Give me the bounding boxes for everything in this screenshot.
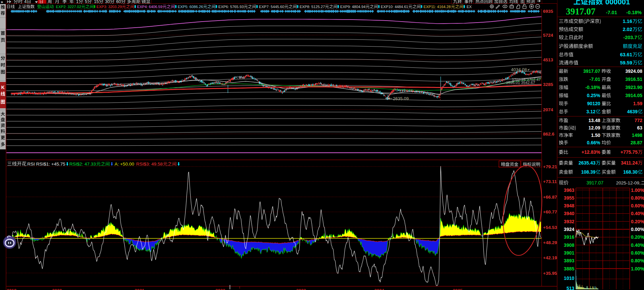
svg-text:3924.08: 3924.08 bbox=[625, 68, 642, 74]
svg-text:6935: 6935 bbox=[543, 9, 553, 14]
svg-text:0.60%: 0.60% bbox=[631, 250, 644, 256]
svg-text:3917.07: 3917.07 bbox=[586, 180, 604, 185]
svg-text:28.87: 28.87 bbox=[631, 140, 642, 145]
svg-text:4: 4 bbox=[24, 0, 27, 4]
svg-text:EXP7: 5445.60: EXP7: 5445.60 bbox=[259, 5, 284, 9]
svg-text:2019: 2019 bbox=[7, 288, 16, 290]
svg-text:3885: 3885 bbox=[564, 266, 574, 271]
svg-text:EX: EX bbox=[467, 5, 472, 9]
svg-text:1498: 1498 bbox=[632, 133, 642, 138]
svg-text:3916.51: 3916.51 bbox=[625, 77, 642, 82]
svg-text:63.61: 63.61 bbox=[620, 52, 632, 57]
svg-text:0.25%: 0.25% bbox=[587, 93, 600, 98]
svg-text:1.50: 1.50 bbox=[591, 133, 600, 138]
svg-text:3893: 3893 bbox=[564, 258, 574, 263]
svg-text:0.20%: 0.20% bbox=[631, 234, 644, 240]
svg-text:-7.01: -7.01 bbox=[589, 77, 600, 82]
svg-text:2020: 2020 bbox=[52, 288, 62, 290]
svg-text:0.40%: 0.40% bbox=[631, 242, 644, 248]
svg-text:2025: 2025 bbox=[453, 288, 463, 290]
svg-text:3940: 3940 bbox=[564, 211, 574, 216]
svg-text:3963: 3963 bbox=[564, 187, 574, 193]
svg-text:RSI$2: 47.33: RSI$2: 47.33 bbox=[69, 162, 96, 167]
svg-text:2023: 2023 bbox=[296, 288, 306, 290]
svg-text:513: 513 bbox=[567, 286, 575, 290]
svg-text:1.59: 1.59 bbox=[633, 101, 642, 106]
svg-text:6: 6 bbox=[116, 0, 118, 4]
svg-text:5724: 5724 bbox=[543, 33, 553, 38]
svg-text:1.00%: 1.00% bbox=[631, 266, 644, 271]
svg-text:4034.08: 4034.08 bbox=[511, 67, 527, 72]
svg-text:59.59: 59.59 bbox=[620, 60, 632, 65]
svg-text:EXP5: 6086.26: EXP5: 6086.26 bbox=[178, 5, 203, 9]
svg-text:1.16: 1.16 bbox=[623, 19, 632, 24]
svg-text:108.39: 108.39 bbox=[581, 169, 596, 175]
svg-text:3285: 3285 bbox=[543, 82, 553, 87]
svg-text:3.12: 3.12 bbox=[586, 109, 596, 114]
svg-text:0: 0 bbox=[107, 0, 110, 4]
svg-text:2635.09: 2635.09 bbox=[393, 96, 409, 101]
svg-text:2022: 2022 bbox=[215, 288, 225, 290]
svg-text:3948: 3948 bbox=[564, 203, 574, 208]
svg-text:3955: 3955 bbox=[564, 195, 574, 201]
svg-text:168.30: 168.30 bbox=[623, 169, 638, 175]
svg-text:3: 3 bbox=[105, 0, 107, 4]
svg-text:3917.07: 3917.07 bbox=[583, 68, 600, 74]
svg-text:EXP6: 5765.93: EXP6: 5765.93 bbox=[218, 5, 244, 9]
svg-text:0.60%: 0.60% bbox=[631, 203, 644, 208]
svg-text:2021: 2021 bbox=[135, 288, 144, 290]
svg-text:EXP11: 4164.28: EXP11: 4164.28 bbox=[423, 5, 451, 9]
svg-text:EXP4: 6406.59: EXP4: 6406.59 bbox=[137, 5, 162, 9]
svg-text:4513: 4513 bbox=[543, 57, 553, 62]
svg-text:90120: 90120 bbox=[587, 101, 600, 106]
svg-text:0.66%: 0.66% bbox=[587, 140, 600, 145]
svg-text:EXP10: 4484.61: EXP10: 4484.61 bbox=[381, 5, 408, 9]
svg-text:0.80%: 0.80% bbox=[631, 195, 644, 201]
svg-text:+60.77: +60.77 bbox=[543, 209, 557, 214]
svg-text:2635.43: 2635.43 bbox=[578, 160, 596, 166]
svg-text:12.09: 12.09 bbox=[588, 125, 600, 130]
svg-text:+48.29: +48.29 bbox=[543, 240, 557, 245]
svg-text:3908: 3908 bbox=[564, 242, 574, 248]
svg-text:2025-12-09,: 2025-12-09, bbox=[616, 180, 641, 185]
svg-text:+66.87: +66.87 bbox=[543, 195, 557, 200]
svg-text:+54.53: +54.53 bbox=[543, 225, 557, 230]
svg-text:3916: 3916 bbox=[564, 234, 574, 240]
svg-text:0.00%: 0.00% bbox=[631, 227, 644, 232]
svg-text:3596.01 3542.67: 3596.01 3542.67 bbox=[506, 81, 535, 85]
svg-text:EXP8: 5125.27: EXP8: 5125.27 bbox=[300, 5, 325, 9]
svg-text:-0.18%: -0.18% bbox=[626, 10, 642, 15]
svg-text:EXP2: 3227.02: EXP2: 3227.02 bbox=[56, 5, 81, 9]
svg-text:+12.83%: +12.83% bbox=[581, 149, 600, 155]
svg-text:4639: 4639 bbox=[627, 109, 638, 114]
svg-text:RSI RSI$1: +45.75: RSI RSI$1: +45.75 bbox=[27, 162, 65, 167]
svg-text:000001: 000001 bbox=[605, 0, 630, 6]
svg-text:EXP3: 3203.29: EXP3: 3203.29 bbox=[97, 5, 122, 9]
svg-text:2074: 2074 bbox=[543, 107, 553, 112]
svg-text:772: 772 bbox=[635, 118, 643, 123]
svg-text:1.00%: 1.00% bbox=[631, 187, 644, 193]
svg-text:0.20%: 0.20% bbox=[631, 219, 644, 224]
svg-text:2024: 2024 bbox=[374, 288, 384, 290]
svg-text:3411.24: 3411.24 bbox=[621, 160, 638, 166]
svg-text:3924: 3924 bbox=[564, 227, 574, 232]
svg-text:-0.18%: -0.18% bbox=[585, 85, 601, 90]
svg-text:0.40%: 0.40% bbox=[631, 211, 644, 216]
svg-text:A: +50.00: A: +50.00 bbox=[114, 162, 134, 167]
svg-text:63: 63 bbox=[637, 125, 642, 130]
svg-text:5: 5 bbox=[96, 0, 99, 4]
svg-text:3914.05: 3914.05 bbox=[625, 93, 642, 98]
svg-text:3923.90: 3923.90 bbox=[625, 85, 642, 90]
svg-text:862.6: 862.6 bbox=[543, 132, 554, 137]
svg-text:+79.21: +79.21 bbox=[543, 164, 557, 169]
svg-text:5: 5 bbox=[85, 0, 87, 4]
svg-text:-7.01: -7.01 bbox=[606, 10, 617, 15]
svg-text:1: 1 bbox=[76, 0, 78, 4]
svg-text:0.80%: 0.80% bbox=[631, 258, 644, 263]
svg-text:3917.07: 3917.07 bbox=[566, 6, 596, 17]
svg-text:+775.75: +775.75 bbox=[620, 149, 638, 155]
svg-text:-203.7: -203.7 bbox=[623, 35, 637, 40]
svg-text:1: 1 bbox=[94, 0, 96, 4]
svg-text:RSI$3: 49.58: RSI$3: 49.58 bbox=[136, 162, 163, 167]
svg-text:13.48: 13.48 bbox=[588, 118, 600, 123]
